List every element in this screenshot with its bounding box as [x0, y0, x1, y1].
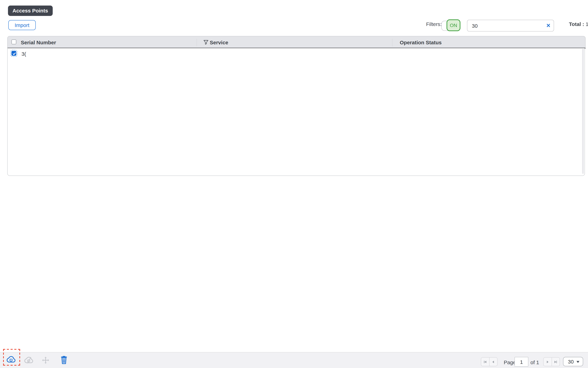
search-box: ✕: [467, 20, 554, 31]
cloud-remove-icon[interactable]: [24, 356, 34, 366]
total-label: Total :: [569, 21, 584, 27]
table-vertical-scrollbar[interactable]: [582, 49, 584, 174]
last-page-icon: [554, 360, 558, 364]
access-points-page: Access Points Import Filters: ON ✕ Total…: [0, 0, 588, 368]
column-header-operation-status[interactable]: Operation Status: [400, 39, 442, 45]
select-all-checkbox[interactable]: [11, 39, 16, 44]
total-value: 1: [586, 21, 588, 27]
prev-page-icon: [492, 360, 495, 364]
prev-page-button[interactable]: [489, 358, 497, 366]
next-page-button[interactable]: [544, 358, 551, 366]
cloud-sync-icon[interactable]: [6, 356, 16, 365]
bottom-action-bar: [0, 352, 588, 368]
row-serial-number: 3(: [21, 51, 26, 57]
total-count: Total : 1: [569, 21, 588, 27]
column-divider: [392, 39, 393, 46]
move-icon[interactable]: [42, 356, 49, 366]
row-checkbox[interactable]: [11, 51, 16, 56]
filters-label: Filters:: [426, 21, 442, 27]
next-page-icon: [546, 360, 549, 364]
column-header-serial-number[interactable]: Serial Number: [21, 39, 56, 45]
table-header: Serial Number Service Operation Status: [7, 36, 586, 48]
table-body: 3(: [7, 48, 585, 176]
chevron-down-icon: [576, 360, 580, 364]
toggle-on-knob: ON: [447, 19, 460, 31]
filters-toggle[interactable]: ON: [441, 19, 459, 31]
import-button[interactable]: Import: [8, 20, 36, 30]
table-row[interactable]: 3(: [8, 48, 585, 60]
first-page-icon: [483, 360, 487, 364]
page-label: Page: [504, 359, 516, 365]
current-page-input[interactable]: [514, 357, 528, 367]
last-page-button[interactable]: [551, 358, 559, 366]
page-title: Access Points: [8, 6, 53, 16]
search-input[interactable]: [468, 20, 546, 31]
column-divider: [197, 39, 197, 46]
page-size-value: 30: [568, 359, 574, 365]
column-header-service[interactable]: Service: [210, 39, 228, 45]
funnel-icon: [203, 40, 208, 46]
delete-icon[interactable]: [60, 356, 67, 366]
pager-back-group: [481, 357, 498, 366]
clear-search-icon[interactable]: ✕: [546, 22, 550, 29]
first-page-button[interactable]: [481, 358, 489, 366]
page-of-label: of 1: [530, 359, 539, 365]
pager-forward-group: [543, 357, 560, 366]
page-size-select[interactable]: 30: [563, 357, 583, 366]
